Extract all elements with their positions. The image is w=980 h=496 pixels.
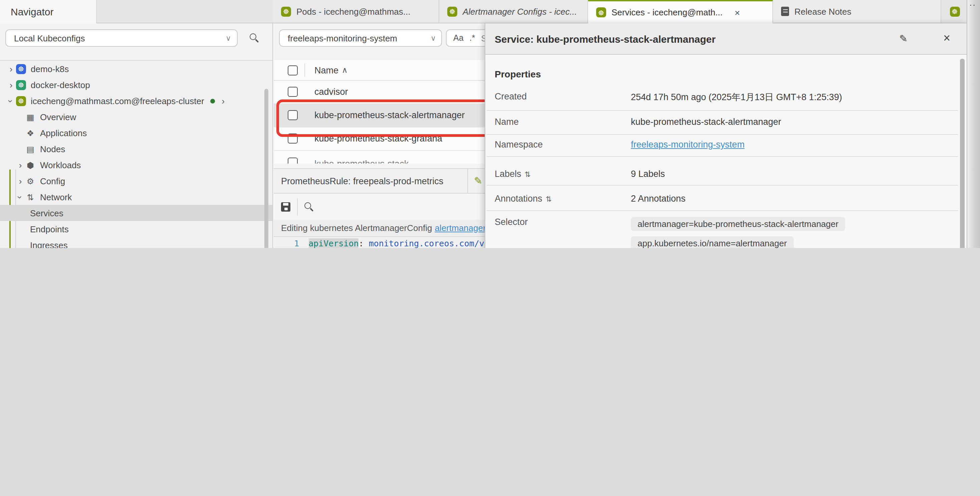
chevron-right-icon[interactable] — [219, 96, 228, 106]
tab-overflow-area — [941, 0, 968, 23]
kubeconfig-selector-row: Local Kubeconfigs ∨ — [0, 23, 272, 61]
divider — [297, 198, 298, 215]
property-row-annotations: Annotations⇅ 2 Annotations — [495, 194, 940, 203]
section-title-properties: Properties — [495, 69, 541, 79]
sidebar-item-freeleaps-cluster[interactable]: icecheng@mathmast.com@freeleaps-cluster — [0, 93, 272, 109]
adjacent-window-edge: ·· ‹ ⚠ — [967, 0, 980, 248]
kubernetes-icon — [950, 6, 959, 16]
regex-toggle[interactable]: .* — [469, 33, 475, 43]
sort-ascending-icon[interactable]: ∧ — [342, 65, 348, 75]
property-row-name: Name kube-prometheus-stack-alertmanager — [495, 117, 940, 127]
chevron-right-icon[interactable] — [16, 176, 25, 186]
sidebar-item-endpoints[interactable]: Endpoints — [0, 221, 272, 237]
close-icon[interactable]: × — [943, 31, 950, 45]
search-icon[interactable] — [304, 202, 313, 211]
row-checkbox[interactable] — [288, 87, 298, 97]
sidebar-item-applications[interactable]: Applications — [0, 125, 272, 141]
chevron-right-icon[interactable] — [16, 160, 25, 170]
property-label: Labels — [495, 169, 521, 179]
select-all-checkbox[interactable] — [288, 65, 298, 75]
row-checkbox[interactable] — [288, 134, 298, 143]
sidebar-item-overview[interactable]: Overview — [0, 109, 272, 125]
property-value: kube-prometheus-stack-alertmanager — [631, 117, 940, 127]
kubernetes-icon — [596, 7, 606, 17]
save-icon[interactable] — [281, 202, 290, 211]
expand-collapse-icon[interactable]: ⇅ — [546, 195, 552, 203]
property-row-labels: Labels⇅ 9 Labels — [495, 169, 940, 179]
tab-bar: Navigator Pods - icecheng@mathmas... Ale… — [0, 0, 980, 23]
property-label: Selector — [495, 217, 631, 248]
tab-services[interactable]: Services - icecheng@math... × — [588, 0, 773, 23]
service-name: cadvisor — [314, 87, 348, 97]
selector-chip: app.kubernetes.io/name=alertmanager — [631, 236, 794, 248]
sidebar-item-label: Network — [40, 192, 72, 202]
expand-collapse-icon[interactable]: ⇅ — [525, 170, 531, 178]
detail-panel-title: Service: kube-prometheus-stack-alertmana… — [485, 33, 716, 45]
sidebar-item-nodes[interactable]: Nodes — [0, 141, 272, 157]
property-value: 9 Labels — [631, 169, 940, 179]
sidebar-item-ingresses[interactable]: Ingresses — [0, 237, 272, 248]
sidebar-item-label: Services — [30, 208, 64, 218]
tab-label: Services - icecheng@math... — [611, 7, 723, 17]
namespace-link[interactable]: freeleaps-monitoring-system — [631, 140, 745, 149]
kubeconfig-select-value: Local Kubeconfigs — [14, 33, 85, 43]
property-label: Annotations — [495, 194, 542, 203]
name-column-header[interactable]: Name — [314, 65, 339, 75]
lens-app-window: Navigator Pods - icecheng@mathmas... Ale… — [0, 0, 980, 248]
cluster-connected-dot — [210, 99, 215, 103]
sidebar-item-label: icecheng@mathmast.com@freeleaps-cluster — [31, 96, 204, 106]
kubernetes-icon — [16, 80, 26, 90]
row-checkbox[interactable] — [288, 157, 298, 164]
chevron-down-icon[interactable] — [16, 192, 25, 202]
tab-label: Release Notes — [794, 6, 851, 16]
sidebar-item-workloads[interactable]: Workloads — [0, 157, 272, 173]
property-row-created: Created 254d 17h 50m ago (2025年1月13日 GMT… — [495, 91, 940, 103]
row-checkbox[interactable] — [288, 110, 298, 120]
search-icon[interactable] — [250, 33, 258, 42]
sidebar-item-label: Applications — [40, 128, 87, 138]
tab-label: Alertmanager Configs - icec... — [463, 6, 577, 16]
navigator-title: Navigator — [11, 6, 53, 17]
property-value: 2 Annotations — [631, 194, 940, 203]
sidebar-item-config[interactable]: Config — [0, 173, 272, 189]
divider — [487, 134, 958, 135]
sidebar-item-label: Config — [40, 176, 65, 186]
tab-release-notes[interactable]: Release Notes — [773, 0, 941, 23]
chevron-down-icon[interactable] — [7, 96, 15, 106]
property-label: Name — [495, 117, 631, 127]
sidebar-item-demo-k8s[interactable]: demo-k8s — [0, 61, 272, 77]
edit-pencil-icon[interactable]: ✎ — [474, 175, 482, 187]
divider — [467, 169, 468, 193]
tab-pods[interactable]: Pods - icecheng@mathmas... — [273, 0, 439, 23]
sidebar-item-network[interactable]: Network — [0, 189, 272, 205]
detail-panel-header: Service: kube-prometheus-stack-alertmana… — [485, 23, 967, 55]
match-case-toggle[interactable]: Aa — [453, 33, 464, 43]
config-icon — [25, 176, 36, 186]
sidebar-scrollbar[interactable] — [264, 89, 268, 248]
alertmanager-config-link[interactable]: alertmanager — [434, 223, 486, 233]
chevron-down-icon: ∨ — [226, 34, 231, 42]
close-tab-icon[interactable]: × — [735, 7, 740, 18]
tab-alertmanager-configs[interactable]: Alertmanager Configs - icec... — [439, 0, 588, 23]
sidebar-item-docker-desktop[interactable]: docker-desktop — [0, 77, 272, 93]
workloads-icon — [25, 160, 36, 170]
cluster-tree: demo-k8s docker-desktop icecheng@mathmas… — [0, 61, 272, 248]
sidebar-item-label: Workloads — [40, 160, 81, 170]
service-name: kube-prometheus-stack-... — [314, 159, 419, 164]
chevron-right-icon[interactable] — [7, 80, 15, 90]
panel-scrollbar[interactable] — [960, 59, 965, 248]
kubernetes-icon — [281, 6, 291, 16]
service-name: kube-prometheus-stack-alertmanager — [314, 110, 465, 120]
edit-pencil-icon[interactable]: ✎ — [899, 33, 908, 45]
namespace-select-value: freeleaps-monitoring-system — [288, 33, 397, 43]
window-dots-icon: ·· — [969, 0, 976, 10]
selector-chip: alertmanager=kube-prometheus-stack-alert… — [631, 217, 845, 231]
kubeconfig-select[interactable]: Local Kubeconfigs ∨ — [5, 29, 238, 47]
dock-tab-title: PrometheusRule: freepeals-prod-metrics — [274, 176, 443, 186]
chevron-right-icon[interactable] — [7, 64, 15, 74]
nodes-icon — [25, 144, 36, 154]
sidebar-item-services[interactable]: Services — [0, 205, 272, 221]
breadcrumb-text: Editing kubernetes AlertmanagerConfig — [281, 223, 432, 233]
namespace-select[interactable]: freeleaps-monitoring-system ∨ — [279, 29, 442, 47]
divider — [487, 110, 958, 111]
